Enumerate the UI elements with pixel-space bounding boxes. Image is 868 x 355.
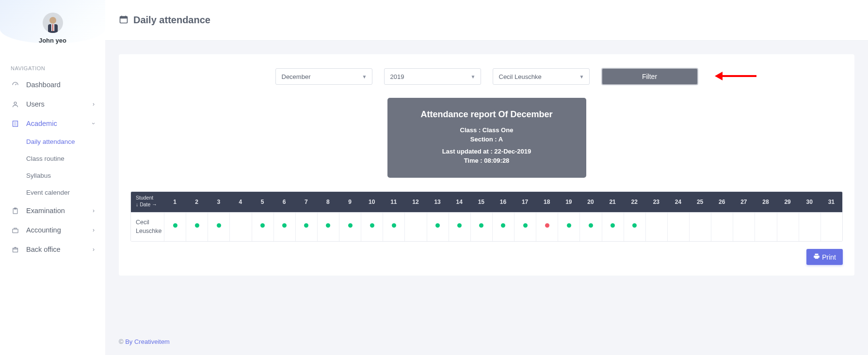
svg-rect-10 [120, 16, 128, 18]
column-day: 10 [361, 192, 383, 212]
cell-day [579, 213, 601, 241]
chevron-right-icon: › [93, 101, 95, 108]
nav-sub-class-routine[interactable]: Class routine [26, 150, 105, 167]
column-day: 16 [492, 192, 514, 212]
content-card: December ▼ 2019 ▼ Cecil Leuschke ▼ Filte… [119, 54, 854, 276]
page-header: Daily attendance [105, 0, 868, 41]
caret-down-icon: ▼ [579, 74, 584, 79]
present-dot-icon [173, 223, 177, 228]
arrow-annotation [715, 72, 756, 80]
svg-rect-3 [52, 24, 53, 31]
filter-row: December ▼ 2019 ▼ Cecil Leuschke ▼ Filte… [130, 68, 843, 85]
nav-label: Back office [26, 246, 93, 253]
table-header-row: Student↓ Date → 123456789101112131415161… [131, 192, 842, 212]
column-day: 11 [383, 192, 404, 212]
nav-label: Users [26, 100, 93, 108]
present-dot-icon [479, 223, 483, 228]
student-value: Cecil Leuschke [499, 73, 542, 80]
column-day: 23 [645, 192, 667, 212]
caret-down-icon: ▼ [471, 74, 476, 79]
footer-prefix: © [119, 338, 125, 345]
avatar[interactable] [43, 13, 63, 33]
cell-day [667, 213, 689, 241]
cell-day [820, 213, 842, 241]
nav-label: Academic [26, 120, 93, 127]
nav-sub-syllabus[interactable]: Syllabus [26, 167, 105, 184]
nav-label: Examination [26, 207, 93, 215]
column-day: 15 [470, 192, 492, 212]
username: John yeo [0, 37, 105, 44]
sidebar-profile: John yeo [0, 0, 105, 49]
column-day: 5 [252, 192, 273, 212]
nav-sub-event-calender[interactable]: Event calender [26, 184, 105, 201]
present-dot-icon [370, 223, 374, 228]
cell-day [427, 213, 449, 241]
report-class: Class : Class One [397, 126, 577, 134]
report-title: Attendance report Of December [397, 109, 577, 120]
cell-day [492, 213, 514, 241]
column-day: 22 [624, 192, 645, 212]
building-icon [11, 120, 19, 127]
report-summary: Attendance report Of December Class : Cl… [387, 98, 586, 178]
nav-item-dashboard[interactable]: Dashboard [0, 75, 105, 94]
month-value: December [282, 73, 311, 80]
svg-point-4 [14, 102, 16, 104]
column-day: 27 [733, 192, 755, 212]
cell-day [252, 213, 273, 241]
print-icon [813, 253, 820, 261]
column-day: 17 [514, 192, 536, 212]
column-day: 29 [777, 192, 799, 212]
report-updated: Last updated at : 22-Dec-2019 [397, 148, 577, 155]
cell-day [777, 213, 799, 241]
cell-day [689, 213, 711, 241]
chevron-down-icon: › [90, 123, 97, 124]
page-title: Daily attendance [133, 15, 210, 26]
cell-day [449, 213, 470, 241]
column-day: 14 [449, 192, 470, 212]
present-dot-icon [457, 223, 462, 228]
present-dot-icon [632, 223, 637, 228]
year-select[interactable]: 2019 ▼ [384, 68, 481, 85]
caret-down-icon: ▼ [362, 74, 367, 79]
column-day: 13 [427, 192, 449, 212]
user-icon [11, 101, 19, 108]
present-dot-icon [435, 223, 440, 228]
filter-button[interactable]: Filter [601, 68, 698, 85]
column-day: 21 [602, 192, 624, 212]
present-dot-icon [326, 223, 330, 228]
column-day: 31 [820, 192, 842, 212]
present-dot-icon [501, 223, 505, 228]
cell-day [317, 213, 339, 241]
cell-student: Cecil Leuschke [131, 213, 164, 241]
report-time: Time : 08:09:28 [397, 157, 577, 164]
cell-day [361, 213, 383, 241]
nav-item-examination[interactable]: Examination › [0, 201, 105, 220]
cell-day [711, 213, 733, 241]
nav-item-users[interactable]: Users › [0, 94, 105, 114]
cell-day [295, 213, 317, 241]
absent-dot-icon [545, 223, 549, 228]
nav-item-back-office[interactable]: Back office › [0, 240, 105, 259]
column-day: 20 [579, 192, 601, 212]
print-button[interactable]: Print [806, 249, 843, 265]
nav-label: Accounting [26, 226, 93, 234]
footer: © By Creativeitem [105, 330, 868, 355]
cell-day [186, 213, 208, 241]
month-select[interactable]: December ▼ [275, 68, 372, 85]
present-dot-icon [260, 223, 265, 228]
column-day: 3 [208, 192, 229, 212]
cell-day [404, 213, 426, 241]
chevron-right-icon: › [93, 246, 95, 253]
nav-sub-daily-attendance[interactable]: Daily attendance [26, 133, 105, 150]
box-icon [11, 246, 19, 253]
cell-day [733, 213, 755, 241]
nav-item-accounting[interactable]: Accounting › [0, 220, 105, 240]
nav-sub-academic: Daily attendance Class routine Syllabus … [0, 133, 105, 201]
filter-button-label: Filter [642, 73, 657, 80]
column-day: 9 [339, 192, 361, 212]
footer-link[interactable]: By Creativeitem [125, 338, 170, 345]
student-select[interactable]: Cecil Leuschke ▼ [493, 68, 590, 85]
nav-item-academic[interactable]: Academic › [0, 114, 105, 133]
cell-day [383, 213, 404, 241]
chevron-right-icon: › [93, 227, 95, 233]
